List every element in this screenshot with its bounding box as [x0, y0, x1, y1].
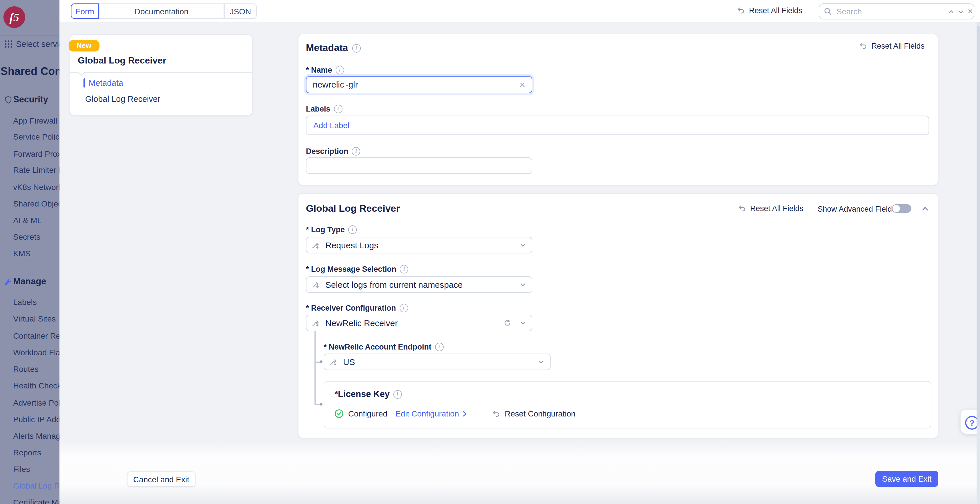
- newrelic-account-endpoint-select[interactable]: US: [324, 354, 550, 370]
- info-icon: i: [352, 44, 361, 53]
- chevron-down-icon: [520, 281, 526, 288]
- reset-all-fields-metadata[interactable]: Reset All Fields: [859, 42, 924, 50]
- tab-json[interactable]: JSON: [224, 3, 257, 19]
- clear-input-icon[interactable]: ✕: [519, 80, 525, 89]
- reference-select-icon: [312, 319, 320, 327]
- sidebar-item-public-ip[interactable]: Public IP Addr: [13, 414, 59, 424]
- info-icon: i: [352, 147, 361, 156]
- reference-select-icon: [312, 281, 320, 289]
- sidebar-item-kms[interactable]: KMS: [13, 248, 30, 258]
- license-key-label: *License Key: [334, 389, 390, 399]
- toggle-knob: [892, 205, 900, 212]
- reset-icon: [492, 409, 500, 418]
- sidebar-item-workload-flavors[interactable]: Workload Flav: [13, 347, 59, 357]
- glr-section-title: Global Log Receiver: [306, 203, 400, 215]
- sidebar-item-health-checks[interactable]: Health Check: [13, 380, 59, 391]
- new-badge: New: [68, 40, 99, 51]
- active-nav-bar: [83, 78, 85, 88]
- sidebar-item-forward-proxy[interactable]: Forward Proxy: [13, 149, 59, 159]
- license-key-box: *License Key i Configured Edit Configura…: [324, 381, 931, 429]
- reset-all-fields-label: Reset All Fields: [749, 6, 802, 15]
- nested-connector-stub: [315, 404, 320, 405]
- log-type-select[interactable]: Request Logs: [306, 237, 532, 254]
- edit-configuration-link[interactable]: Edit Configuration: [395, 409, 459, 418]
- reset-all-fields-topbar[interactable]: Reset All Fields: [737, 6, 802, 15]
- description-field-label: Descriptioni: [306, 147, 361, 156]
- divider: [70, 72, 252, 73]
- info-icon: i: [393, 390, 402, 399]
- description-input[interactable]: [306, 157, 532, 174]
- labels-field-label: Labelsi: [306, 105, 342, 113]
- sidebar-item-rate-limiter[interactable]: Rate Limiter P: [13, 165, 59, 175]
- reference-select-icon: [312, 241, 320, 249]
- sidebar-item-shared-objects[interactable]: Shared Objec: [13, 198, 59, 209]
- global-log-receiver-card: Global Log Receiver Reset All Fields Sho…: [298, 193, 938, 438]
- log-message-selection-select[interactable]: Select logs from current namespace: [306, 276, 532, 293]
- info-icon: i: [348, 225, 357, 234]
- license-status: Configured: [348, 409, 387, 418]
- receiver-configuration-select[interactable]: NewRelic Receiver: [306, 315, 532, 331]
- receiver-configuration-label: * Receiver Configurationi: [306, 304, 408, 313]
- reset-all-fields-glr[interactable]: Reset All Fields: [738, 204, 803, 213]
- sidebar-item-ai-ml[interactable]: AI & ML: [13, 215, 42, 225]
- save-and-exit-button[interactable]: Save and Exit: [875, 471, 938, 487]
- sidebar-item-files[interactable]: Files: [13, 464, 30, 474]
- wizard-title: Global Log Receiver: [78, 56, 166, 66]
- sidebar-item-service-policies[interactable]: Service Polici: [13, 132, 59, 142]
- search-icon: [824, 8, 832, 16]
- configured-check-icon: [334, 409, 344, 418]
- reset-icon: [737, 6, 745, 15]
- f5-logo[interactable]: f5: [3, 6, 25, 28]
- search-input[interactable]: [835, 6, 941, 17]
- advanced-fields-toggle[interactable]: [892, 204, 912, 213]
- sidebar-item-labels[interactable]: Labels: [13, 297, 37, 307]
- add-label-button[interactable]: Add Label: [313, 121, 349, 130]
- sidebar-item-reports[interactable]: Reports: [13, 447, 41, 458]
- sidebar-section-manage[interactable]: Manage: [13, 276, 46, 287]
- wizard-nav-global-log-receiver[interactable]: Global Log Receiver: [85, 94, 161, 104]
- sidebar-item-advertise-policies[interactable]: Advertise Poli: [13, 397, 59, 408]
- footer-bar: [59, 443, 980, 504]
- reset-all-fields-label: Reset All Fields: [750, 204, 803, 213]
- newrelic-account-endpoint-label: * NewRelic Account Endpointi: [324, 343, 444, 351]
- sidebar: f5 Select service Shared Config Security…: [0, 0, 59, 504]
- log-type-label: * Log Typei: [306, 225, 357, 234]
- metadata-section-title: Metadata: [306, 42, 348, 54]
- tab-documentation[interactable]: Documentation: [99, 3, 224, 19]
- sidebar-item-virtual-sites[interactable]: Virtual Sites: [13, 314, 56, 324]
- log-message-selection-label: * Log Message Selectioni: [306, 265, 409, 273]
- reference-select-icon: [330, 358, 338, 366]
- nested-connector-stub: [315, 362, 320, 362]
- sidebar-section-security[interactable]: Security: [13, 94, 48, 105]
- sidebar-item-routes[interactable]: Routes: [13, 364, 38, 374]
- labels-field[interactable]: Add Label: [306, 116, 929, 135]
- cancel-and-exit-button[interactable]: Cancel and Exit: [127, 471, 196, 487]
- search-clear-icon[interactable]: ✕: [967, 8, 973, 16]
- divider: [0, 35, 59, 35]
- sidebar-item-secrets[interactable]: Secrets: [13, 232, 40, 242]
- reset-configuration-link[interactable]: Reset Configuration: [505, 409, 576, 418]
- sidebar-item-vk8s-network[interactable]: vK8s Network: [13, 182, 59, 192]
- sidebar-item-container-registries[interactable]: Container Reg: [13, 331, 59, 341]
- sidebar-item-alerts-management[interactable]: Alerts Manage: [13, 431, 59, 441]
- collapse-chevron-icon[interactable]: [922, 206, 929, 212]
- tab-form[interactable]: Form: [71, 3, 99, 19]
- wizard-nav-card: New Global Log Receiver Metadata Global …: [70, 34, 253, 116]
- search-box: ✕: [819, 3, 974, 19]
- refresh-icon[interactable]: [504, 319, 511, 327]
- sidebar-item-global-log-receiver[interactable]: Global Log Re: [13, 480, 59, 491]
- select-service-button[interactable]: Select service: [16, 39, 59, 49]
- sidebar-item-certificate-management[interactable]: Certificate Ma: [13, 497, 59, 504]
- wizard-nav-metadata[interactable]: Metadata: [89, 78, 123, 88]
- name-field-label: * Namei: [306, 66, 344, 74]
- search-prev-icon[interactable]: [948, 8, 954, 14]
- info-icon: i: [336, 66, 344, 74]
- apps-grid-icon: [4, 40, 13, 49]
- name-input[interactable]: newrelic-glr ✕: [306, 76, 532, 93]
- scrollbar-thumb[interactable]: [977, 26, 980, 426]
- chevron-down-icon: [538, 359, 544, 365]
- sidebar-item-app-firewall[interactable]: App Firewall: [13, 116, 57, 126]
- reset-icon: [859, 42, 867, 50]
- chevron-down-icon: [520, 242, 526, 248]
- search-next-icon[interactable]: [958, 8, 964, 14]
